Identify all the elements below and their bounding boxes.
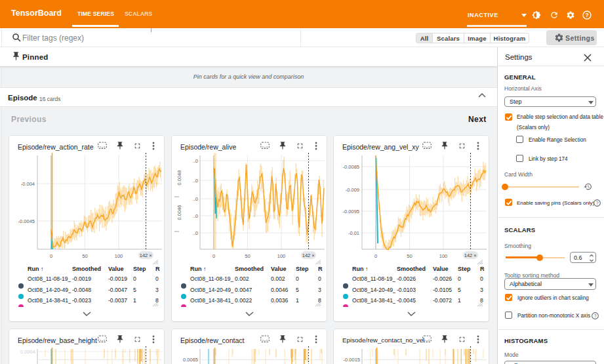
svg-text:-0.009: -0.009 [346, 187, 359, 193]
svg-text:50: 50 [245, 253, 250, 259]
svg-text:-0.01: -0.01 [348, 230, 359, 236]
svg-text:×: × [473, 253, 476, 258]
svg-text:-0.004: -0.004 [21, 181, 35, 187]
svg-text:..0: ..0 [193, 178, 198, 184]
svg-text:0.0065: 0.0065 [183, 357, 198, 363]
svg-text:0.0048: 0.0048 [176, 171, 182, 186]
svg-text:0: 0 [374, 253, 377, 259]
svg-text:0.0004: 0.0004 [20, 349, 35, 355]
svg-text:×: × [149, 253, 151, 258]
svg-text:..0: ..0 [193, 196, 198, 202]
svg-text:..0: ..0 [193, 213, 198, 219]
svg-text:-0.0095: -0.0095 [343, 209, 359, 214]
svg-text:-0.0015: -0.0015 [344, 357, 360, 363]
svg-text:-0.0045: -0.0045 [18, 218, 35, 224]
svg-text:?: ? [595, 200, 598, 206]
svg-text:0: 0 [50, 253, 52, 259]
svg-text:100: 100 [439, 253, 448, 259]
svg-text:142: 142 [302, 253, 311, 258]
svg-text:100: 100 [277, 253, 286, 259]
svg-text:142: 142 [464, 253, 473, 258]
svg-text:50: 50 [407, 253, 412, 259]
svg-text:-0.0085: -0.0085 [343, 164, 359, 170]
svg-text:?: ? [585, 12, 588, 18]
svg-text:100: 100 [115, 253, 123, 259]
svg-text:×: × [312, 253, 314, 258]
svg-text:0.0046: 0.0046 [176, 205, 182, 220]
svg-text:142: 142 [140, 253, 148, 258]
svg-text:50: 50 [82, 253, 87, 259]
svg-text:..0: ..0 [193, 230, 198, 236]
svg-text:..0: ..0 [193, 158, 198, 164]
svg-text:?: ? [594, 313, 596, 319]
svg-text:0: 0 [212, 253, 215, 259]
